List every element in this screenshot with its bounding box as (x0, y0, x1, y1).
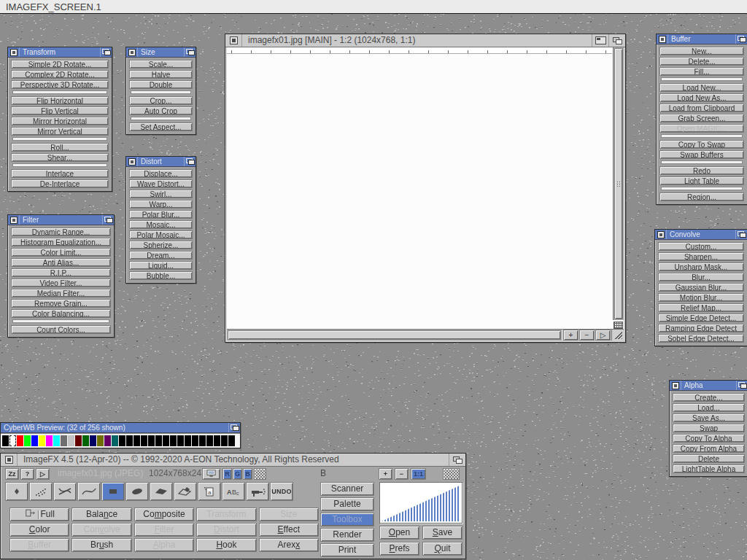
interlace-button[interactable]: Interlace (11, 169, 109, 178)
view-zoom-in-button[interactable]: + (379, 468, 392, 480)
image-canvas[interactable] (227, 54, 612, 329)
load-from-clipboard-button[interactable]: Load from Clipboard (659, 104, 744, 112)
warp-button[interactable]: Warp... (129, 200, 193, 209)
open-button[interactable]: Open (379, 526, 419, 540)
color-swatch[interactable] (75, 435, 82, 446)
roll-button[interactable]: Roll... (11, 143, 109, 152)
depth-icon[interactable] (449, 454, 465, 466)
mirror-horizontal-button[interactable]: Mirror Horizontal (11, 117, 109, 125)
grab-screen-button[interactable]: Grab Screen... (659, 114, 744, 122)
depth-icon[interactable] (184, 157, 196, 166)
close-icon[interactable] (126, 157, 138, 166)
help-button[interactable]: ? (20, 468, 34, 480)
tool-rect-button[interactable] (101, 482, 125, 501)
halve-button[interactable]: Halve (129, 70, 193, 79)
tool-curve-button[interactable] (77, 482, 101, 501)
zoom-in-button[interactable]: + (563, 330, 578, 341)
create-button[interactable]: Create... (673, 393, 745, 402)
spherize-button[interactable]: Spherize... (129, 241, 193, 249)
color-swatch[interactable] (17, 435, 23, 446)
size-titlebar[interactable]: Size (126, 47, 196, 58)
close-icon[interactable] (8, 215, 20, 225)
relief-map-button[interactable]: Relief Map... (658, 303, 744, 312)
polar-blur-button[interactable]: Polar Blur... (129, 210, 193, 219)
color-swatch[interactable] (133, 435, 140, 446)
close-icon[interactable] (8, 47, 20, 57)
convolve-titlebar[interactable]: Convolve (655, 230, 747, 240)
flip-vertical-button[interactable]: Flip Vertical (11, 106, 109, 115)
pattern-toggle[interactable] (443, 468, 460, 480)
filter-titlebar[interactable]: Filter (8, 215, 114, 225)
zoom-out-button[interactable]: − (579, 330, 595, 341)
liquid-button[interactable]: Liquid... (129, 261, 193, 270)
color-swatch[interactable] (141, 435, 147, 446)
sleep-button[interactable]: Zz (5, 468, 19, 480)
full-button[interactable]: Full (9, 508, 69, 521)
bubble-button[interactable]: Bubble... (129, 271, 193, 280)
depth-icon[interactable] (736, 381, 747, 390)
color-swatch[interactable] (192, 435, 198, 446)
sharpen-button[interactable]: Sharpen... (658, 252, 744, 261)
channel-green-button[interactable]: G (233, 468, 242, 480)
delete-button[interactable]: Delete (673, 454, 745, 463)
light-table-button[interactable]: Light Table (659, 176, 744, 185)
color-swatch[interactable] (68, 435, 74, 446)
color-swatch[interactable] (214, 435, 220, 446)
swirl-button[interactable]: Swirl... (129, 190, 193, 198)
channel-red-button[interactable]: R (222, 468, 232, 480)
depth-icon[interactable] (735, 34, 747, 44)
channel-blue-button[interactable]: B (243, 468, 252, 480)
scanner-button[interactable]: Scanner (320, 482, 374, 496)
dynamic-range-button[interactable]: Dynamic Range... (11, 228, 111, 236)
polar-mosaic-button[interactable]: Polar Mosaic... (129, 230, 193, 239)
tool-ellipse-button[interactable] (125, 482, 149, 501)
fill-button[interactable]: Fill... (659, 67, 744, 76)
region-button[interactable]: Region... (659, 192, 744, 201)
custom-button[interactable]: Custom... (658, 242, 744, 251)
arexx-button[interactable]: Arexx (259, 538, 319, 552)
vertical-scrollbar[interactable] (613, 47, 624, 320)
color-swatch[interactable] (170, 435, 177, 446)
depth-icon[interactable] (228, 423, 240, 432)
count-colors-button[interactable]: Count Colors... (11, 325, 111, 334)
de-interlace-button[interactable]: De-Interlace (11, 179, 109, 188)
color-swatch[interactable] (39, 435, 45, 446)
wave-distort-button[interactable]: Wave Distort... (129, 179, 193, 188)
render-button[interactable]: Render (320, 528, 374, 542)
color-swatch[interactable] (177, 435, 184, 446)
mirror-vertical-button[interactable]: Mirror Vertical (11, 127, 109, 136)
color-swatch[interactable] (82, 435, 89, 446)
load-new-button[interactable]: Load New... (659, 83, 744, 92)
load-button[interactable]: Load... (673, 403, 745, 412)
zoom-ratio-button[interactable]: 1:1 (411, 468, 426, 480)
color-swatch[interactable] (53, 435, 60, 446)
quit-button[interactable]: Quit (422, 542, 462, 556)
delete-button[interactable]: Delete... (659, 57, 744, 66)
save-button[interactable]: Save (422, 526, 462, 540)
color-swatch[interactable] (2, 435, 9, 446)
color-swatch[interactable] (90, 435, 96, 446)
tool-airbrush-dots-button[interactable] (29, 482, 53, 501)
copy-to-alpha-button[interactable]: Copy To Alpha (673, 434, 745, 443)
shear-button[interactable]: Shear... (11, 153, 109, 162)
composite-button[interactable]: Composite (134, 508, 194, 521)
new-button[interactable]: New... (659, 47, 744, 55)
depth-icon[interactable] (102, 215, 114, 225)
depth-icon[interactable] (184, 47, 196, 57)
color-swatch[interactable] (31, 435, 38, 446)
print-button[interactable]: Print (320, 543, 374, 557)
hook-button[interactable]: Hook (196, 538, 256, 552)
tool-text-button[interactable]: ABc (222, 482, 245, 501)
screen-titlebar[interactable]: IMAGEFX_SCREEN.1 (0, 0, 747, 14)
tool-clip-text-button[interactable]: a (198, 482, 221, 501)
load-new-as-button[interactable]: Load New As... (659, 93, 744, 102)
lighttable-alpha-button[interactable]: LightTable Alpha (673, 464, 745, 473)
close-icon[interactable] (670, 381, 681, 390)
copy-from-alpha-button[interactable]: Copy From Alpha (673, 444, 745, 453)
r-i-p-button[interactable]: R.I.P... (11, 268, 111, 277)
toolbox-button[interactable]: Toolbox (320, 513, 374, 526)
toolbox-titlebar[interactable]: ImageFX 4.5 (12-Apr-20) -- © 1992-2020 A… (1, 454, 465, 467)
simple-2d-rotate-button[interactable]: Simple 2D Rotate... (11, 60, 109, 69)
play-button[interactable]: ▷ (595, 330, 611, 341)
color-swatch[interactable] (9, 435, 16, 446)
